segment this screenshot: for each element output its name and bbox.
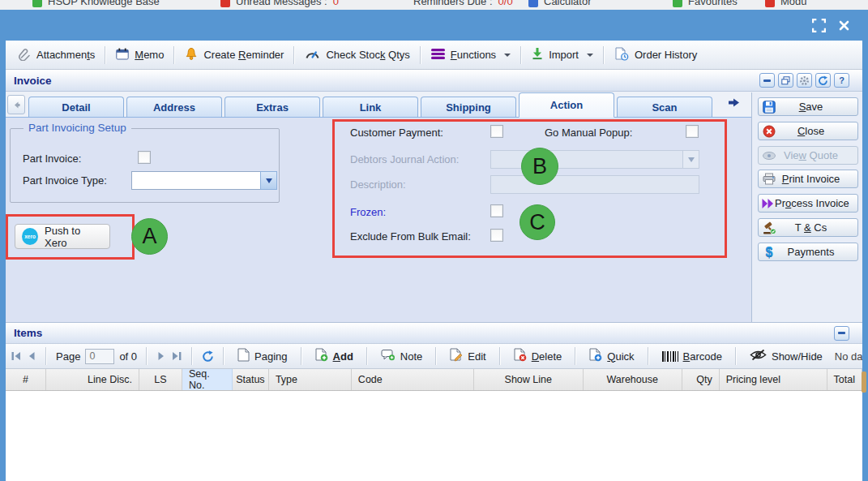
prev-page-icon[interactable] — [27, 348, 36, 364]
settings-icon[interactable] — [797, 73, 812, 88]
customer-payment-checkbox[interactable] — [490, 125, 503, 138]
view-quote-button[interactable]: View Quote — [758, 146, 858, 165]
close-button[interactable]: Close — [758, 122, 858, 140]
column-header-type[interactable]: Type — [269, 369, 352, 390]
fullscreen-icon[interactable] — [812, 19, 826, 35]
close-icon[interactable] — [839, 20, 849, 33]
tab-label: Detail — [62, 101, 90, 114]
next-page-icon[interactable] — [156, 348, 166, 364]
tab-extras[interactable]: Extras — [224, 97, 320, 118]
first-page-icon[interactable] — [11, 348, 22, 364]
memo-button[interactable]: Memo — [110, 45, 169, 66]
minimize-icon[interactable] — [759, 73, 775, 88]
column-header-pricing-level[interactable]: Pricing level — [720, 369, 827, 390]
print-invoice-button[interactable]: Print Invoice — [758, 170, 858, 188]
refresh-icon[interactable] — [815, 73, 831, 88]
calculator-icon — [528, 0, 538, 7]
column-header-seq-no[interactable]: Seq. No. — [182, 369, 233, 390]
scrollbar-thumb[interactable] — [862, 371, 866, 393]
go-manual-popup-label: Go Manual Popup: — [545, 127, 632, 139]
column-header-ls[interactable]: LS — [139, 369, 182, 390]
column-header-label: # — [23, 374, 28, 385]
document-icon — [237, 348, 250, 364]
exclude-bulk-email-checkbox[interactable] — [490, 229, 503, 242]
page-title: Invoice — [14, 75, 52, 87]
favourites-icon — [673, 0, 682, 7]
tab-detail[interactable]: Detail — [28, 97, 124, 118]
last-page-icon[interactable] — [171, 348, 182, 364]
page-input[interactable] — [85, 349, 114, 364]
t-and-cs-button[interactable]: T & Cs — [758, 218, 858, 237]
top-strip-item[interactable]: Calculator — [528, 0, 592, 7]
tab-shipping[interactable]: Shipping — [421, 97, 516, 118]
frozen-checkbox[interactable] — [490, 204, 503, 217]
toolbar-separator — [173, 46, 175, 64]
tab-scroll-right-icon[interactable] — [728, 97, 740, 110]
process-invoice-button[interactable]: Process Invoice — [758, 194, 858, 213]
column-header-label: Show Line — [505, 374, 552, 385]
part-invoicing-setup-fieldset: Part Invoicing Setup — [10, 128, 280, 203]
toolbar-separator — [223, 347, 224, 365]
quick-button[interactable]: Quick — [585, 346, 638, 367]
barcode-button[interactable]: Barcode — [658, 348, 726, 365]
show-hide-button[interactable]: Show/Hide — [746, 346, 827, 366]
functions-button[interactable]: Functions — [425, 45, 516, 66]
tab-scan[interactable]: Scan — [617, 97, 712, 118]
delete-document-icon — [514, 348, 527, 364]
note-icon — [381, 349, 396, 363]
column-header-qty[interactable]: Qty — [682, 369, 720, 390]
import-icon — [532, 47, 543, 62]
payments-button[interactable]: $ Payments — [758, 243, 858, 261]
column-header-[interactable]: # — [6, 369, 46, 390]
close-circle-icon — [761, 125, 777, 138]
import-button[interactable]: Import — [526, 44, 599, 66]
attachments-button[interactable]: Attachments — [12, 44, 100, 67]
customer-payment-label: Customer Payment: — [350, 127, 443, 139]
description-field[interactable] — [490, 175, 699, 194]
column-header-total[interactable]: Total — [827, 369, 862, 390]
edit-button[interactable]: Edit — [446, 346, 490, 367]
menu-icon — [431, 48, 445, 62]
tab-link[interactable]: Link — [323, 97, 418, 118]
paging-button[interactable]: Paging — [233, 346, 291, 367]
note-button[interactable]: Note — [377, 346, 426, 366]
tab-address[interactable]: Address — [126, 97, 222, 118]
delete-button[interactable]: Delete — [510, 346, 567, 367]
column-header-status[interactable]: Status — [233, 369, 269, 390]
order-history-label: Order History — [635, 49, 697, 61]
chevron-down-icon — [504, 54, 511, 60]
toolbar-separator — [648, 347, 649, 365]
tab-scroll-left-icon[interactable] — [7, 95, 25, 114]
column-header-show-line[interactable]: Show Line — [474, 369, 584, 390]
app-icon — [32, 0, 42, 7]
close-label: Close — [777, 125, 857, 137]
create-reminder-button[interactable]: Create Reminder — [179, 44, 289, 67]
top-strip-item[interactable]: HSOP Knowledge Base — [32, 0, 160, 7]
edit-document-icon — [450, 348, 463, 364]
save-button[interactable]: Save — [758, 97, 858, 116]
part-invoice-checkbox[interactable] — [138, 151, 151, 164]
restore-icon[interactable] — [778, 73, 793, 88]
top-strip-item[interactable]: Modu — [765, 0, 807, 7]
refresh-icon[interactable] — [202, 348, 214, 364]
top-strip-item[interactable]: Reminders Due : 0/0 — [413, 0, 513, 7]
items-grid-body[interactable] — [6, 391, 862, 481]
help-icon[interactable]: ? — [834, 73, 849, 88]
toolbar-separator — [301, 347, 302, 365]
order-history-button[interactable]: Order History — [609, 44, 703, 67]
go-manual-popup-checkbox[interactable] — [686, 125, 699, 138]
tab-action[interactable]: Action — [519, 92, 614, 118]
top-strip-item[interactable]: Unread Messages : 0 — [220, 0, 339, 7]
minimize-icon[interactable] — [834, 326, 849, 341]
column-header-code[interactable]: Code — [352, 369, 474, 390]
part-invoice-type-select[interactable] — [131, 171, 277, 190]
toolbar-separator — [293, 46, 295, 64]
column-header-warehouse[interactable]: Warehouse — [584, 369, 682, 390]
column-header-line-disc[interactable]: Line Disc. — [46, 369, 139, 390]
check-stock-qtys-button[interactable]: Check Stock Qtys — [299, 45, 415, 65]
push-to-xero-button[interactable]: xero Push to Xero — [15, 224, 110, 249]
add-button[interactable]: Add — [311, 346, 357, 367]
column-header-label: Type — [276, 374, 297, 385]
memo-icon — [116, 48, 129, 62]
top-strip-item[interactable]: Favourites — [673, 0, 738, 7]
